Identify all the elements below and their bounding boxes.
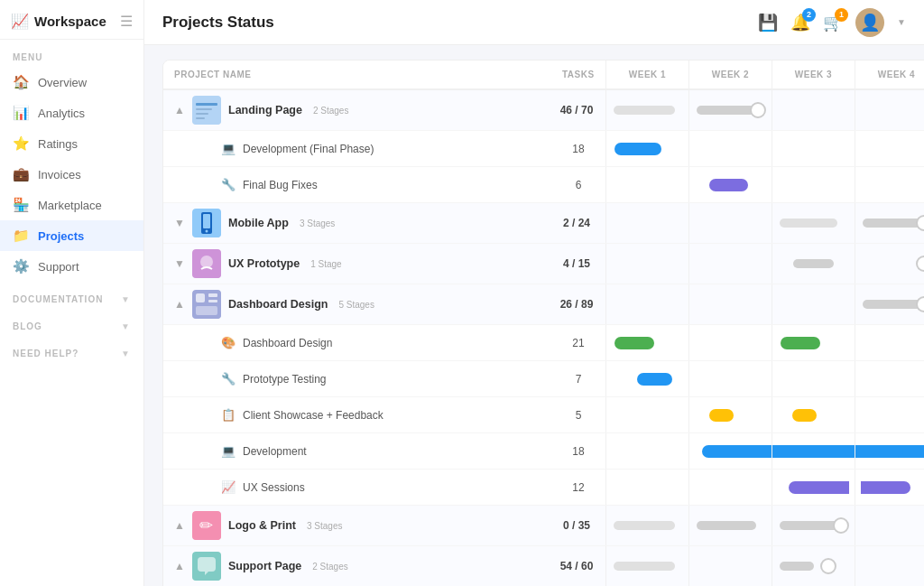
week4-cell (855, 361, 924, 396)
project-name: UX Prototype (228, 257, 300, 270)
week3-cell (772, 397, 855, 433)
col-week1: WEEK 1 (605, 60, 688, 88)
col-tasks: TASKS (551, 60, 605, 88)
week3-cell (772, 284, 855, 324)
design-icon: 🎨 (221, 336, 236, 349)
week4-cell (855, 546, 924, 586)
table-row: 🔧 Final Bug Fixes 6 (163, 167, 924, 203)
child-name-cell: 🎨 Dashboard Design (163, 330, 551, 355)
tasks-cell: 7 (551, 369, 605, 389)
week2-cell (688, 433, 772, 469)
project-name-cell: ▲ ✏ Logo & Print 3 Stages (163, 506, 551, 545)
project-name: Landing Page (228, 104, 302, 116)
week3-cell (772, 203, 855, 243)
sidebar-header: 📈 Workspace ☰ (0, 0, 143, 40)
collapse-button[interactable]: ▼ (174, 217, 185, 229)
week1-cell (605, 90, 688, 130)
child-project-name: Client Showcase + Feedback (243, 409, 383, 422)
sidebar-item-analytics[interactable]: 📊 Analytics (0, 98, 143, 128)
docs-section-label: DOCUMENTATION ▼ (0, 282, 143, 309)
toggle-end[interactable] (750, 102, 766, 118)
week4-cell (855, 131, 924, 166)
gantt-header: PROJECT NAME TASKS WEEK 1 WEEK 2 Deadlin… (163, 60, 924, 90)
tasks-count: 46 / 70 (559, 104, 595, 116)
tasks-cell: 54 / 60 (551, 556, 605, 576)
svg-rect-2 (196, 108, 212, 110)
child-name-cell: 🔧 Final Bug Fixes (163, 172, 551, 197)
toggle-end[interactable] (916, 296, 924, 312)
bell-icon[interactable]: 🔔 2 (790, 13, 810, 33)
docs-label[interactable]: DOCUMENTATION (13, 294, 103, 304)
project-name: Logo & Print (228, 519, 296, 532)
avatar[interactable]: 👤 (855, 8, 884, 37)
gantt-table: PROJECT NAME TASKS WEEK 1 WEEK 2 Deadlin… (162, 60, 924, 586)
svg-rect-1 (196, 103, 217, 106)
project-name: Support Page (228, 560, 301, 572)
sidebar-item-label: Analytics (38, 107, 85, 120)
table-row: ▲ ✏ Logo & Print 3 Stages 0 / 35 (163, 506, 924, 546)
sidebar-item-projects[interactable]: 📁 Projects (0, 220, 143, 251)
collapse-button[interactable]: ▲ (174, 104, 185, 116)
tasks-cell: 18 (551, 139, 605, 159)
collapse-button[interactable]: ▲ (174, 560, 185, 572)
toggle-end[interactable] (916, 256, 924, 272)
collapse-button[interactable]: ▼ (174, 257, 185, 270)
blog-label[interactable]: BLOG (13, 321, 42, 331)
help-label[interactable]: NEED HELP? (13, 349, 79, 358)
week2-cell (688, 131, 772, 166)
week1-cell (605, 470, 688, 505)
tasks-cell: 18 (551, 442, 605, 461)
hamburger-icon[interactable]: ☰ (120, 13, 133, 30)
svg-point-8 (206, 230, 208, 233)
toggle-end[interactable] (916, 215, 924, 231)
tasks-count: 0 / 35 (559, 519, 595, 532)
cart-badge: 1 (835, 8, 848, 22)
svg-rect-13 (208, 293, 217, 297)
week1-cell (605, 167, 688, 202)
menu-section-label: MENU (0, 40, 143, 67)
home-icon: 🏠 (13, 74, 29, 90)
bug-icon: 🔧 (221, 178, 236, 191)
showcase-icon: 📋 (221, 408, 236, 422)
col-project-name: PROJECT NAME (163, 60, 551, 88)
blog-section-label: BLOG ▼ (0, 309, 143, 336)
table-row: ▼ UX Prototype 1 Stage 4 / 15 (163, 244, 924, 284)
testing-icon: 🔧 (221, 372, 236, 386)
sidebar-item-ratings[interactable]: ⭐ Ratings (0, 128, 143, 159)
week4-cell (855, 90, 924, 130)
week3-cell (772, 90, 855, 130)
toggle-end[interactable] (820, 558, 836, 574)
project-stages: 3 Stages (307, 521, 342, 531)
cart-icon[interactable]: 🛒 1 (823, 13, 843, 33)
tasks-count: 4 / 15 (559, 257, 595, 270)
tasks-cell: 4 / 15 (551, 254, 605, 274)
table-row: 🔧 Prototype Testing 7 (163, 361, 924, 397)
save-icon[interactable]: 💾 (758, 13, 778, 33)
child-project-name: Prototype Testing (243, 373, 327, 386)
week3-cell (772, 361, 855, 396)
svg-rect-15 (196, 306, 217, 315)
sidebar-item-support[interactable]: ⚙️ Support (0, 251, 143, 282)
sidebar-item-overview[interactable]: 🏠 Overview (0, 67, 143, 98)
project-name-cell: ▲ Support Page 2 Stages (163, 546, 551, 586)
toggle-end[interactable] (833, 517, 849, 534)
table-row: 💻 Development 18 (163, 433, 924, 470)
sidebar-item-marketplace[interactable]: 🏪 Marketplace (0, 190, 143, 220)
tasks-count: 2 / 24 (559, 217, 595, 229)
week3-cell (772, 244, 855, 284)
sidebar-item-invoices[interactable]: 💼 Invoices (0, 159, 143, 190)
page-title: Projects Status (162, 14, 274, 32)
col-week2: WEEK 2 Deadline (688, 60, 772, 88)
table-row: 📋 Client Showcase + Feedback 5 (163, 397, 924, 433)
child-project-name: Development (243, 445, 307, 458)
sidebar-section-blog: BLOG ▼ (0, 309, 143, 336)
collapse-button[interactable]: ▲ (174, 519, 185, 532)
collapse-button[interactable]: ▲ (174, 298, 185, 311)
week3-cell (772, 131, 855, 166)
week4-cell (855, 203, 924, 243)
sidebar-logo-text: Workspace (34, 14, 106, 29)
child-project-name: UX Sessions (243, 481, 305, 494)
project-name-cell: ▲ Dashboard Design 5 Stages (163, 284, 551, 324)
chevron-down-icon[interactable]: ▼ (897, 17, 906, 27)
table-row: 💻 Development (Final Phase) 18 (163, 131, 924, 167)
